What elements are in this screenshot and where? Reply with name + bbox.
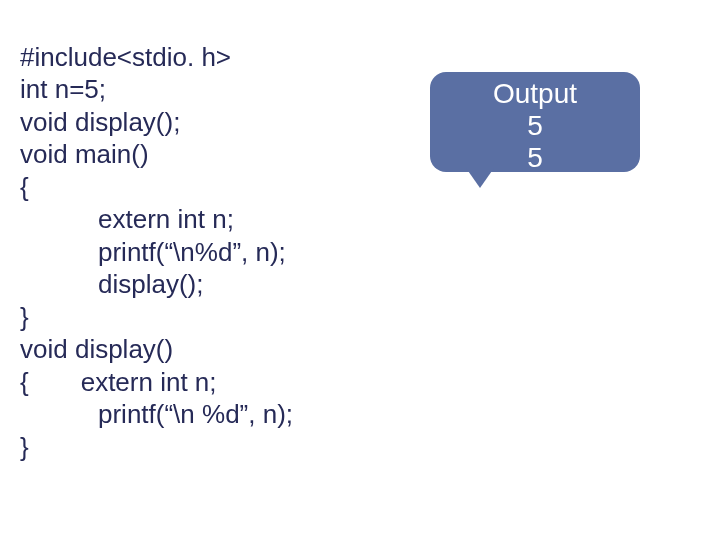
code-line: void display(); <box>20 107 180 137</box>
code-line: extern int n; <box>81 367 217 397</box>
code-line: { <box>20 172 29 202</box>
code-line: printf(“\n%d”, n); <box>98 237 286 267</box>
code-line: } <box>20 302 29 332</box>
output-line: 5 <box>430 142 640 174</box>
code-line: extern int n; <box>98 204 234 234</box>
code-line: void main() <box>20 139 149 169</box>
callout-tail-icon <box>466 168 494 188</box>
code-block: #include<stdio. h> int n=5; void display… <box>20 8 293 496</box>
code-line: } <box>20 432 29 462</box>
slide: #include<stdio. h> int n=5; void display… <box>0 0 720 540</box>
output-title: Output <box>430 78 640 110</box>
output-callout: Output 5 5 <box>430 72 640 172</box>
code-line: void display() <box>20 334 173 364</box>
code-line: display(); <box>98 269 203 299</box>
code-line: { <box>20 367 29 397</box>
code-line: printf(“\n %d”, n); <box>98 399 293 429</box>
code-line: #include<stdio. h> <box>20 42 231 72</box>
code-line: int n=5; <box>20 74 106 104</box>
output-line: 5 <box>430 110 640 142</box>
